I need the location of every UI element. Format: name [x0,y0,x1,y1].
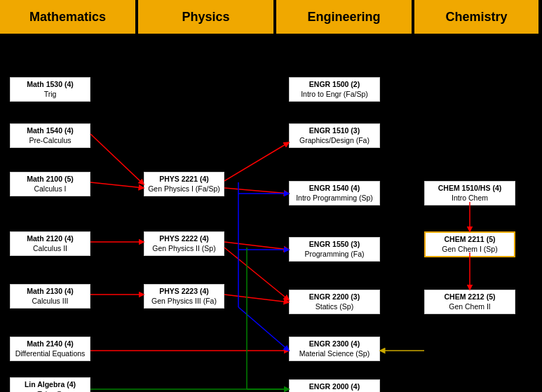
course-chem2211: CHEM 2211 (5) Gen Chem I (Sp) [424,231,515,257]
course-math2100: Math 2100 (5) Calculus I [10,172,90,196]
content-area: Math 1530 (4) Trig Math 1540 (4) Pre-Cal… [0,34,542,392]
svg-line-14 [238,307,289,351]
course-chem2212: CHEM 2212 (5) Gen Chem II [424,290,515,314]
course-phys2223: PHYS 2223 (4) Gen Physics III (Fa) [144,284,224,309]
svg-line-6 [224,242,289,250]
course-math1530: Math 1530 (4) Trig [10,77,90,102]
svg-line-5 [224,142,289,181]
course-math2140: Math 2140 (4) Differential Equations [10,337,90,361]
course-math2130: Math 2130 (4) Calculus III [10,284,90,309]
course-engr2300: ENGR 2300 (4) Material Science (Sp) [289,337,380,361]
svg-line-1 [90,182,144,188]
header-row: Mathematics Physics Engineering Chemistr… [0,0,542,34]
header-chemistry: Chemistry [414,0,538,34]
course-engr1500: ENGR 1500 (2) Intro to Engr (Fa/Sp) [289,77,380,102]
course-engr2000: ENGR 2000 (4) Circuits (Sp) [289,379,380,392]
course-engr1540: ENGR 1540 (4) Intro Programming (Sp) [289,181,380,205]
course-phys2221: PHYS 2221 (4) Gen Physics I (Fa/Sp) [144,172,224,196]
course-phys2222: PHYS 2222 (4) Gen Physics II (Sp) [144,231,224,256]
header-physics: Physics [138,0,273,34]
svg-line-7 [224,248,289,300]
course-chem1510: CHEM 1510/HS (4) Intro Chem [424,181,515,205]
svg-line-4 [224,188,289,194]
course-math1540: Math 1540 (4) Pre-Calculus [10,123,90,148]
course-lin-algebra: Lin Algebra (4) Take @ BC/CSUB/Other CCC [10,377,90,392]
course-engr1550: ENGR 1550 (3) Programming (Fa) [289,237,380,262]
svg-line-0 [90,134,144,184]
header-mathematics: Mathematics [0,0,135,34]
course-engr2200: ENGR 2200 (3) Statics (Sp) [289,290,380,314]
course-math2120: Math 2120 (4) Calculus II [10,231,90,256]
svg-line-8 [224,295,289,302]
header-engineering: Engineering [276,0,412,34]
course-engr1510: ENGR 1510 (3) Graphics/Design (Fa) [289,123,380,148]
